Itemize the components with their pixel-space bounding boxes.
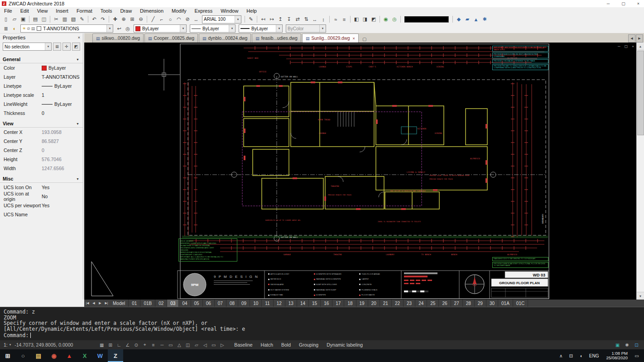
property-row[interactable]: UCS per viewport Yes — [0, 201, 83, 210]
layout-tab-28[interactable]: 28 — [463, 300, 475, 307]
layout-tab-model[interactable]: Model — [110, 300, 129, 307]
dim-diameter-icon[interactable]: ↔ — [311, 15, 319, 24]
separator[interactable] — [50, 16, 50, 23]
undo-icon[interactable]: ↶ — [90, 15, 98, 24]
start-button[interactable]: ⊞ — [0, 349, 15, 362]
dim-edit-icon[interactable]: ≡ — [340, 15, 348, 24]
layout-tab-29[interactable]: 29 — [475, 300, 486, 307]
plot-style-combo[interactable]: ByColor ▼ — [286, 24, 326, 33]
dim-angular-icon[interactable]: ⇄ — [293, 15, 302, 24]
property-row[interactable]: Center X 193.0958 — [0, 128, 83, 137]
acrobat-icon[interactable]: ▲ — [62, 349, 77, 362]
doc-tab-silkwo[interactable]: ▤ silkwo...00820.dwg × — [92, 33, 144, 43]
property-row[interactable]: Thickness 0 — [0, 109, 83, 118]
doc-tab-cooper[interactable]: ▤ Cooper...00825.dwg × — [144, 33, 198, 43]
circle-icon[interactable]: ○ — [166, 15, 174, 24]
property-row[interactable]: UCS Icon On Yes — [0, 183, 83, 192]
model-space-icon[interactable]: ▭ — [167, 341, 174, 348]
ucs-toggle-icon[interactable]: △ — [175, 341, 183, 348]
layout-tab-21[interactable]: 21 — [380, 300, 392, 307]
menu-edit[interactable]: Edit — [16, 7, 33, 14]
zoom-window-icon[interactable]: ⊞ — [128, 15, 136, 24]
layout-tab-06[interactable]: 06 — [203, 300, 215, 307]
layer-isolate-icon[interactable]: ◩ — [370, 15, 378, 24]
polyline-icon[interactable]: ⌐ — [158, 15, 166, 24]
layout-tab-23[interactable]: 23 — [404, 300, 415, 307]
layer-previous2-icon[interactable]: ↩ — [115, 24, 123, 33]
property-row[interactable]: Center Z 0 — [0, 146, 83, 155]
save-icon[interactable]: ▣ — [19, 15, 27, 24]
paste-icon[interactable]: ▧ — [69, 15, 77, 24]
ortho-toggle-icon[interactable]: ∟ — [115, 341, 123, 348]
collapse-icon[interactable]: ▼ — [76, 58, 79, 61]
text-style-combo[interactable]: ARIAL 100 ▼ — [202, 15, 241, 24]
layout-tab-03[interactable]: 03 — [167, 300, 179, 307]
menu-draw[interactable]: Draw — [116, 7, 136, 14]
scroll-down-icon[interactable]: ▼ — [637, 292, 644, 300]
layout-tab-07[interactable]: 07 — [215, 300, 226, 307]
layout-tab-01b[interactable]: 01B — [140, 300, 155, 307]
property-row[interactable]: UCS Name — [0, 210, 83, 219]
options-icon[interactable]: ✱ — [481, 15, 489, 24]
selection-combo[interactable]: No selection ▼ — [3, 43, 52, 51]
property-row[interactable]: Linetype scale 1 — [0, 90, 83, 100]
layout-tab-25[interactable]: 25 — [427, 300, 439, 307]
layout-tab-16[interactable]: 16 — [321, 300, 332, 307]
property-row[interactable]: Linetype ByLayer — [0, 81, 83, 90]
menu-window[interactable]: Window — [216, 7, 242, 14]
dim-aligned-icon[interactable]: ↦ — [268, 15, 276, 24]
mdi-restore-icon[interactable]: ▢ — [625, 44, 628, 48]
linetype-combo[interactable]: ByLayer ▼ — [190, 24, 235, 33]
menu-help[interactable]: Help — [242, 7, 261, 14]
separator[interactable] — [329, 16, 330, 23]
viewport-prev-icon[interactable]: ◁ — [201, 341, 209, 348]
new-file-icon[interactable]: ▯ — [2, 15, 10, 24]
vertical-scrollbar[interactable]: ▲ ▼ — [636, 43, 644, 300]
move-icon[interactable]: ↔ — [192, 15, 200, 24]
separator[interactable] — [147, 16, 147, 23]
erase-icon[interactable]: ⊘ — [183, 15, 192, 24]
separator[interactable] — [400, 16, 401, 23]
layout-tab-18[interactable]: 18 — [344, 300, 356, 307]
lineweight-combo[interactable]: ByLayer ▼ — [239, 24, 283, 33]
layout-nav-first[interactable]: |◀ — [84, 300, 91, 306]
doc-tab-feasib[interactable]: ▤ feasib...udies.dwg × — [252, 33, 301, 43]
layout-tab-02[interactable]: 02 — [155, 300, 167, 307]
display-config-icon[interactable]: ▣ — [614, 341, 621, 348]
quick-properties-icon[interactable]: ▱ — [192, 341, 200, 348]
copy-icon[interactable]: ▥ — [61, 15, 69, 24]
workspace-icon[interactable]: ◆ — [455, 15, 463, 24]
print-preview-icon[interactable]: ◫ — [40, 15, 48, 24]
system-clock[interactable]: 1:08 PM 25/08/2020 — [602, 351, 631, 361]
layout-tab-19[interactable]: 19 — [356, 300, 368, 307]
file-explorer-icon[interactable]: ▤ — [31, 349, 46, 362]
zwcad-taskbar-icon[interactable]: Z — [108, 349, 123, 362]
layer-previous-icon[interactable]: ◧ — [352, 15, 360, 24]
section-general[interactable]: General ▼ — [0, 55, 83, 63]
open-file-icon[interactable]: ▱ — [10, 15, 19, 24]
search-icon[interactable]: ○ — [15, 349, 31, 362]
layout-nav-next[interactable]: ▶ — [97, 300, 103, 306]
layout-tab-26[interactable]: 26 — [439, 300, 451, 307]
layout-tab-04[interactable]: 04 — [179, 300, 191, 307]
property-row[interactable]: UCS icon at origin No — [0, 192, 83, 201]
doc-tab-sunlig[interactable]: ▤ Sunlig...00629.dwg × — [302, 33, 359, 43]
tray-volume-icon[interactable]: ◖ — [577, 349, 586, 362]
action-center-icon[interactable]: ▭ — [632, 349, 641, 362]
esnap-toggle-icon[interactable]: ⊙ — [132, 341, 140, 348]
property-row[interactable]: Center Y 86.5827 — [0, 137, 83, 146]
drawing-canvas[interactable]: ─ ▢ × — [84, 43, 637, 300]
separator[interactable] — [109, 16, 109, 23]
mdi-close-icon[interactable]: × — [632, 44, 634, 48]
polar-toggle-icon[interactable]: ∠ — [124, 341, 131, 348]
quick-select-icon[interactable]: ◩ — [72, 43, 80, 51]
property-row[interactable]: LineWeight ByLayer — [0, 100, 83, 109]
chevron-down-icon[interactable]: ▼ — [319, 25, 326, 32]
plot-icon[interactable]: ▤ — [31, 15, 39, 24]
menu-tools[interactable]: Tools — [96, 7, 116, 14]
cut-icon[interactable]: ✂ — [52, 15, 60, 24]
tab-scroll-left-icon[interactable]: ◀ — [628, 34, 635, 43]
toggle-grouping[interactable]: Grouping — [299, 342, 318, 348]
excel-icon[interactable]: X — [77, 349, 92, 362]
property-row[interactable]: Height 576.7046 — [0, 155, 83, 164]
